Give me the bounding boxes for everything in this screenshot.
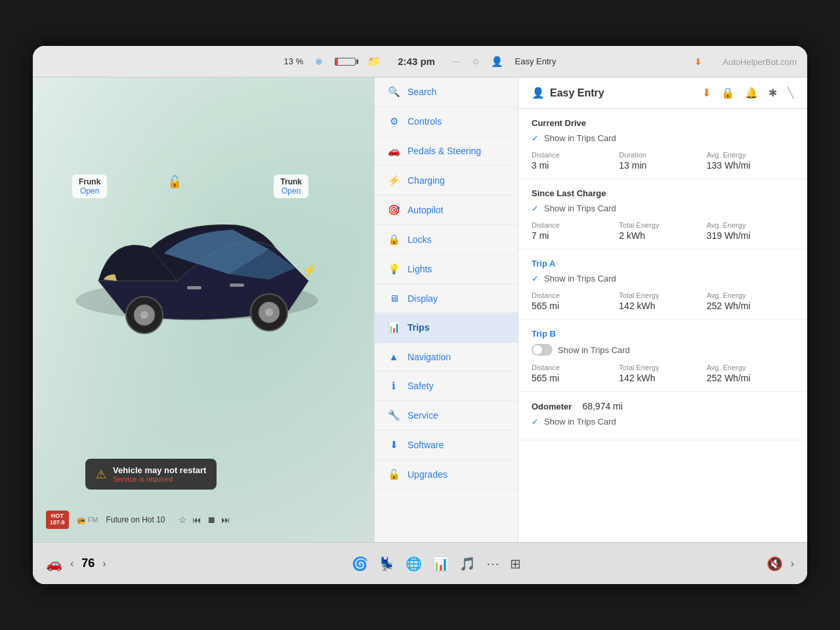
autopilot-menu-icon: 🎯 xyxy=(388,204,400,216)
bell-icon[interactable]: 🔔 xyxy=(745,87,758,99)
battery-indicator xyxy=(335,58,356,66)
trips-title: Easy Entry xyxy=(550,87,604,99)
more-icon[interactable]: ⋯ xyxy=(486,556,499,572)
snowflake-icon: ❄ xyxy=(315,56,323,67)
current-drive-show-label: Show in Trips Card xyxy=(544,133,616,143)
trip-a-stats: Distance 565 mi Total Energy 142 kWh Avg… xyxy=(532,291,794,311)
chevron-right-icon[interactable]: › xyxy=(102,558,106,570)
folder-icon: 📁 xyxy=(368,55,381,68)
service-menu-icon: 🔧 xyxy=(388,410,400,421)
lock-header-icon[interactable]: 🔒 xyxy=(721,87,734,99)
menu-item-display[interactable]: 🖥 Display xyxy=(375,284,518,313)
prev-track-icon[interactable]: ⏮ xyxy=(192,514,201,525)
globe-icon[interactable]: 🌐 xyxy=(406,556,422,572)
menu-item-trips[interactable]: 📊 Trips xyxy=(375,313,518,343)
menu-item-lights[interactable]: 💡 Lights xyxy=(375,255,518,284)
menu-item-navigation[interactable]: ▲ Navigation xyxy=(375,343,518,371)
temperature-value: 76 xyxy=(81,556,94,570)
since-charge-show-label: Show in Trips Card xyxy=(544,203,616,213)
menu-panel: 🔍 Search ⚙ Controls 🚗 Pedals & Steering … xyxy=(374,77,518,542)
trip-b-toggle[interactable] xyxy=(532,344,553,356)
chevron-left-icon[interactable]: ‹ xyxy=(70,558,74,570)
locks-menu-icon: 🔒 xyxy=(388,234,400,245)
menu-item-locks[interactable]: 🔒 Locks xyxy=(375,225,518,255)
seat-heat-icon[interactable]: 💺 xyxy=(379,556,395,572)
svg-rect-8 xyxy=(230,284,244,287)
current-drive-title: Current Drive xyxy=(532,118,794,128)
navigation-menu-icon: ▲ xyxy=(388,351,400,362)
radio-controls[interactable]: ☆ ⏮ ⏹ ⏭ xyxy=(178,514,230,525)
since-charge-check: ✓ xyxy=(532,203,539,213)
trip-a-show-label: Show in Trips Card xyxy=(544,274,616,284)
odometer-label: Odometer xyxy=(532,402,572,411)
since-charge-stats: Distance 7 mi Total Energy 2 kWh Avg. En… xyxy=(532,221,794,241)
volume-mute-icon[interactable]: 🔇 xyxy=(766,556,783,572)
display-menu-icon: 🖥 xyxy=(388,293,400,304)
menu-item-service[interactable]: 🔧 Service xyxy=(375,401,518,430)
odometer-section: Odometer 68,974 mi ✓ Show in Trips Card xyxy=(518,392,807,440)
trip-b-section: Trip B Show in Trips Card Distance 565 m… xyxy=(518,320,807,392)
header-icons: ⬇ 🔒 🔔 ✱ ╲ xyxy=(702,87,794,99)
watermark: AutoHelperBot.com xyxy=(723,56,797,66)
stop-icon[interactable]: ⏹ xyxy=(207,514,216,525)
svg-point-3 xyxy=(140,311,148,319)
controls-menu-icon: ⚙ xyxy=(388,116,400,127)
trip-a-title: Trip A xyxy=(532,259,794,268)
trips-menu-icon: 📊 xyxy=(388,322,400,333)
menu-item-safety[interactable]: ℹ Safety xyxy=(375,371,518,401)
grid-icon[interactable]: ⊞ xyxy=(510,556,521,572)
status-bar: 13 % ❄ 📁 2:43 pm --- ○ 👤 Easy Entry Auto… xyxy=(33,46,807,77)
music-icon[interactable]: 🎵 xyxy=(459,556,476,572)
current-drive-check: ✓ xyxy=(532,133,539,143)
frunk-label: Frunk Open xyxy=(72,175,107,198)
odometer-show-label: Show in Trips Card xyxy=(544,417,616,427)
trunk-label: Trunk Open xyxy=(274,175,308,198)
equalizer-icon[interactable]: 📊 xyxy=(432,556,449,572)
trips-panel: 👤 Easy Entry ⬇ 🔒 🔔 ✱ ╲ Current Drive ✓ S… xyxy=(518,77,807,542)
next-track-icon[interactable]: ⏭ xyxy=(221,514,230,525)
menu-item-software[interactable]: ⬇ Software xyxy=(375,430,518,460)
menu-item-pedals[interactable]: 🚗 Pedals & Steering xyxy=(375,136,518,166)
warning-triangle-icon: ⚠ xyxy=(96,467,106,482)
search-menu-icon: 🔍 xyxy=(388,86,400,98)
since-last-charge-title: Since Last Charge xyxy=(532,188,794,198)
pedals-menu-icon: 🚗 xyxy=(388,145,400,157)
svg-rect-7 xyxy=(187,286,201,289)
person-header-icon: 👤 xyxy=(532,87,545,99)
menu-item-autopilot[interactable]: 🎯 Autopilot xyxy=(375,196,518,225)
car-image: ⚡ xyxy=(59,196,335,340)
separator: --- xyxy=(452,56,461,66)
warning-banner: ⚠ Vehicle may not restart Service is req… xyxy=(85,459,217,490)
warning-subtitle: Service is required xyxy=(113,475,206,483)
scroll-right-taskbar-icon[interactable]: › xyxy=(791,558,794,570)
safety-menu-icon: ℹ xyxy=(388,380,400,392)
odometer-check: ✓ xyxy=(532,417,539,427)
menu-item-controls[interactable]: ⚙ Controls xyxy=(375,107,518,136)
menu-item-charging[interactable]: ⚡ Charging xyxy=(375,166,518,196)
car-panel: Frunk Open 🔓 Trunk Open xyxy=(33,77,374,542)
software-menu-icon: ⬇ xyxy=(388,439,400,451)
radio-track: Future on Hot 10 xyxy=(106,515,165,524)
menu-item-search[interactable]: 🔍 Search xyxy=(375,77,518,107)
warning-title: Vehicle may not restart xyxy=(113,465,206,475)
download-icon[interactable]: ⬇ xyxy=(702,87,711,99)
trip-b-stats: Distance 565 mi Total Energy 142 kWh Avg… xyxy=(532,364,794,383)
download-icon-status: ⬇ xyxy=(694,56,702,67)
person-icon: 👤 xyxy=(491,56,503,68)
taskbar: 🚗 ‹ 76 › 🌀 💺 🌐 📊 🎵 ⋯ ⊞ 🔇 › xyxy=(33,542,807,584)
easy-entry-label[interactable]: Easy Entry xyxy=(515,56,556,66)
bluetooth-off-icon[interactable]: ╲ xyxy=(788,87,794,99)
fan-icon[interactable]: 🌀 xyxy=(352,556,368,572)
favorite-icon[interactable]: ☆ xyxy=(178,514,187,525)
bluetooth-icon[interactable]: ✱ xyxy=(768,87,777,99)
trip-a-check: ✓ xyxy=(532,274,539,284)
charging-menu-icon: ⚡ xyxy=(388,175,400,186)
car-taskbar-icon[interactable]: 🚗 xyxy=(46,556,62,572)
current-drive-stats: Distance 3 mi Duration 13 min Avg. Energ… xyxy=(532,151,794,171)
trips-header: 👤 Easy Entry ⬇ 🔒 🔔 ✱ ╲ xyxy=(518,77,807,109)
current-drive-section: Current Drive ✓ Show in Trips Card Dista… xyxy=(518,109,807,179)
menu-item-upgrades[interactable]: 🔓 Upgrades xyxy=(375,460,518,490)
trip-b-title: Trip B xyxy=(532,329,794,339)
lock-icon-car: 🔓 xyxy=(167,175,182,189)
radio-info: HOT 107.9 📻 FM Future on Hot 10 ☆ ⏮ ⏹ ⏭ xyxy=(46,511,230,529)
